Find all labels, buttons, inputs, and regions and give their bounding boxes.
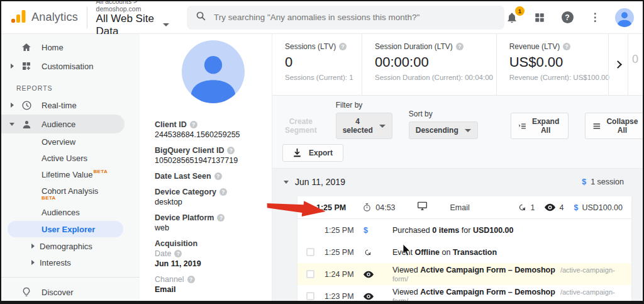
export-button[interactable]: Export xyxy=(282,144,343,162)
session-header[interactable]: 1:25 PM 04:53 Email xyxy=(297,196,631,219)
expand-arrow-icon xyxy=(31,260,35,265)
metric-sub: Revenue (Current): US$100.00 xyxy=(509,74,596,81)
chevron-down-icon xyxy=(163,23,169,26)
session-duration: 04:53 xyxy=(375,203,395,212)
sidebar-item-customisation[interactable]: Customisation xyxy=(1,57,140,76)
account-switcher[interactable]: All accounts > demoshop.com All Web Site… xyxy=(96,0,169,38)
expand-arrow-icon xyxy=(31,244,35,249)
help-icon[interactable]: ? xyxy=(174,250,182,257)
hit-time: 1:24 PM xyxy=(325,270,364,279)
collapse-arrow-icon xyxy=(9,123,14,126)
help-icon: ? xyxy=(562,11,574,23)
help-icon[interactable]: ? xyxy=(456,43,464,50)
user-avatar[interactable] xyxy=(615,8,634,27)
sidebar-label: Audience xyxy=(42,120,75,129)
home-icon xyxy=(20,41,33,53)
help-icon[interactable]: ? xyxy=(214,172,222,180)
notification-badge: 1 xyxy=(515,6,525,16)
sort-by-label: Sort by xyxy=(409,110,478,118)
sidebar-label: Overview xyxy=(42,137,75,147)
sidebar-label: Lifetime Value xyxy=(42,170,92,179)
sessions-list: Jun 11, 2019 $ 1 session 1:25 PM xyxy=(272,169,643,301)
session-revenue: USD100.00 xyxy=(582,203,623,212)
help-icon[interactable]: ? xyxy=(190,121,197,128)
pageviews-count: 4 xyxy=(559,203,564,212)
session-count: 1 session xyxy=(591,177,624,186)
metric-revenue-ltv: Revenue (LTV)? US$0.00 Revenue (Current)… xyxy=(496,34,608,95)
help-icon[interactable]: ? xyxy=(219,188,227,196)
help-icon[interactable]: ? xyxy=(187,276,195,283)
field-date-last-seen: Date Last Seen? xyxy=(155,171,272,181)
help-icon[interactable]: ? xyxy=(217,214,225,222)
sidebar-item-audiences[interactable]: Audiences xyxy=(1,204,140,220)
help-icon[interactable]: ? xyxy=(563,43,570,50)
lightbulb-icon xyxy=(20,286,33,298)
hit-row-event[interactable]: 1:25 PM Event Offline on Transaction xyxy=(297,241,631,263)
metric-card-partial: 0 xyxy=(628,34,643,95)
sidebar-item-discover[interactable]: Discover xyxy=(1,283,140,301)
filter-by-dropdown[interactable]: 4 selected xyxy=(336,113,392,139)
metric-sub: Sessions (Current): 1 xyxy=(285,74,349,81)
breadcrumb: All accounts > demoshop.com xyxy=(96,0,169,13)
sidebar-item-cohort-analysis[interactable]: Cohort Analysis BETA xyxy=(1,183,140,204)
metric-sub: Session Duration (Current): 00:04:00 xyxy=(375,74,484,81)
chevron-down-icon xyxy=(465,129,471,132)
sidebar-item-user-explorer[interactable]: User Explorer xyxy=(8,221,123,237)
help-icon[interactable]: ? xyxy=(227,147,235,154)
date-group-row[interactable]: Jun 11, 2019 $ 1 session xyxy=(272,169,643,195)
sidebar-label: Active Users xyxy=(42,154,87,163)
metric-session-duration-ltv: Session Duration (LTV)? 00:00:00 Session… xyxy=(362,34,496,95)
hit-row-pageview[interactable]: 1:23 PM Viewed Active Campaign Form – De… xyxy=(297,285,631,301)
hit-row-purchase[interactable]: 1:25 PM $ Purchased 0 items for USD100.0… xyxy=(297,219,631,241)
customisation-icon xyxy=(20,60,33,72)
sidebar-item-realtime[interactable]: Real-time xyxy=(1,96,140,115)
create-segment-button[interactable]: Create Segment xyxy=(282,113,319,139)
sidebar-item-active-users[interactable]: Active Users xyxy=(1,150,140,166)
toolbar: Create Segment Filter by 4 selected Sort… xyxy=(272,96,643,169)
collapse-all-icon xyxy=(593,122,601,130)
hit-description: Purchased 0 items for USD100.00 xyxy=(392,226,514,235)
hit-checkbox[interactable] xyxy=(306,270,314,278)
sidebar-label: Home xyxy=(42,43,64,52)
desktop-icon xyxy=(417,201,428,213)
audience-person-icon xyxy=(20,118,33,130)
hit-time: 1:25 PM xyxy=(325,248,364,257)
collapse-all-button[interactable]: Collapse All xyxy=(585,113,643,139)
sidebar-item-home[interactable]: Home xyxy=(1,38,140,57)
eye-icon xyxy=(545,203,555,211)
sidebar-label: Real-time xyxy=(42,101,77,110)
analytics-logo[interactable]: Analytics xyxy=(8,8,87,27)
sidebar: Home Customisation REPORTS xyxy=(1,34,140,301)
stopwatch-icon xyxy=(362,203,372,212)
sidebar-item-lifetime-value[interactable]: Lifetime ValueBETA xyxy=(1,166,140,183)
help-button[interactable]: ? xyxy=(560,10,575,25)
sidebar-item-interests[interactable]: Interests xyxy=(1,254,140,271)
hit-row-pageview[interactable]: 1:24 PM Viewed Active Campaign Form – De… xyxy=(297,263,631,285)
help-icon[interactable]: ? xyxy=(339,43,347,50)
sidebar-label: Interests xyxy=(40,258,71,267)
field-channel: Channel? Email xyxy=(155,274,272,295)
sidebar-label: User Explorer xyxy=(42,225,95,234)
search-bar[interactable] xyxy=(187,6,504,30)
sort-by-dropdown[interactable]: Descending xyxy=(409,121,478,139)
expand-all-button[interactable]: Expand All xyxy=(511,113,569,139)
group-date: Jun 11, 2019 xyxy=(295,177,345,187)
apps-grid-button[interactable] xyxy=(532,10,547,25)
sidebar-item-demographics[interactable]: Demographics xyxy=(1,238,140,254)
hit-time: 1:25 PM xyxy=(325,226,364,235)
sidebar-divider xyxy=(1,277,140,278)
hit-checkbox[interactable] xyxy=(306,248,314,256)
more-options-button[interactable]: ⋮ xyxy=(587,10,602,25)
hit-description: Viewed Active Campaign Form – Demoshop/a… xyxy=(392,266,623,283)
collapse-arrow-icon xyxy=(306,206,311,209)
search-input[interactable] xyxy=(214,13,496,22)
user-detail-panel: Client ID? 244538684.1560259255 BigQuery… xyxy=(140,34,272,301)
sidebar-item-audience[interactable]: Audience xyxy=(1,115,125,133)
clock-icon xyxy=(20,99,33,111)
sidebar-item-overview[interactable]: Overview xyxy=(1,133,140,150)
notifications-button[interactable]: 1 xyxy=(504,10,519,25)
next-metrics-button[interactable] xyxy=(608,34,628,95)
hit-checkbox[interactable] xyxy=(306,292,314,300)
eye-icon xyxy=(364,271,374,278)
dollar-icon: $ xyxy=(364,226,368,235)
